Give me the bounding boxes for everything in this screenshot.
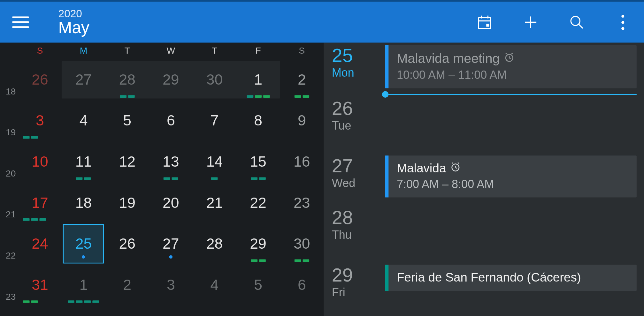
event-card[interactable]: Malavida meeting10:00 AM – 11:00 AM	[385, 45, 637, 88]
day-number: 18	[75, 195, 92, 210]
day-cell[interactable]: 25	[62, 223, 105, 264]
day-cell[interactable]: 27	[62, 59, 105, 100]
agenda-body	[385, 205, 644, 262]
day-cell[interactable]: 4	[193, 264, 236, 305]
day-number: 3	[167, 277, 175, 292]
overflow-icon[interactable]	[613, 12, 632, 32]
day-number: 21	[206, 195, 223, 210]
day-cell[interactable]: 3	[18, 100, 62, 141]
agenda-date[interactable]: 29Fri	[332, 262, 385, 299]
event-card[interactable]: Malavida7:00 AM – 8:00 AM	[385, 155, 637, 197]
day-cell[interactable]: 9	[280, 100, 324, 141]
day-cell[interactable]: 24	[18, 223, 62, 264]
day-cell[interactable]: 2	[280, 59, 324, 100]
day-cell[interactable]: 15	[236, 141, 280, 182]
agenda-day-number: 26	[332, 99, 385, 118]
day-cell[interactable]: 21	[193, 182, 236, 223]
dow-header: SMTWTFS	[0, 43, 324, 59]
day-cell[interactable]: 8	[236, 100, 280, 141]
day-cell[interactable]: 29	[149, 59, 193, 100]
agenda-date[interactable]: 27Wed	[332, 153, 385, 205]
day-cell[interactable]: 30	[280, 223, 324, 264]
day-cell[interactable]: 29	[236, 223, 280, 264]
agenda-date[interactable]: 28Thu	[332, 205, 385, 262]
day-number: 10	[32, 154, 48, 169]
dow-cell: F	[236, 46, 280, 56]
day-cell[interactable]: 11	[62, 141, 105, 182]
day-cell[interactable]: 14	[193, 141, 236, 182]
week-row: 18262728293012	[0, 59, 324, 100]
day-number: 6	[167, 113, 175, 128]
week-row: 193456789	[0, 100, 324, 141]
day-number: 8	[254, 113, 262, 128]
day-cell[interactable]: 5	[105, 100, 149, 141]
day-number: 30	[294, 237, 310, 251]
day-cell[interactable]: 6	[149, 100, 193, 141]
svg-point-7	[571, 16, 580, 25]
agenda-day: 28Thu	[324, 205, 644, 262]
day-number: 11	[75, 154, 92, 169]
day-cell[interactable]: 17	[18, 182, 62, 223]
agenda-panel[interactable]: 25MonMalavida meeting10:00 AM – 11:00 AM…	[324, 43, 644, 316]
alarm-icon	[504, 51, 514, 66]
week-number: 18	[0, 59, 18, 100]
day-cell[interactable]: 13	[149, 141, 193, 182]
day-cell[interactable]: 2	[105, 264, 149, 305]
title-year: 2020	[58, 8, 89, 19]
agenda-day: 26Tue	[324, 96, 644, 153]
day-cell[interactable]: 28	[193, 223, 236, 264]
day-cell[interactable]: 1	[62, 264, 105, 305]
agenda-day: 27WedMalavida7:00 AM – 8:00 AM	[324, 153, 644, 205]
today-icon[interactable]	[475, 12, 494, 32]
day-number: 9	[298, 113, 306, 128]
day-number: 28	[206, 237, 223, 251]
event-card[interactable]: Feria de San Fernando (Cáceres)	[385, 265, 637, 291]
day-cell[interactable]: 27	[149, 223, 193, 264]
svg-rect-4	[486, 24, 489, 27]
day-number: 14	[206, 154, 223, 169]
week-row: 2010111213141516	[0, 141, 324, 182]
title-block[interactable]: 2020 May	[58, 8, 89, 36]
day-cell[interactable]: 16	[280, 141, 324, 182]
day-cell[interactable]: 3	[149, 264, 193, 305]
day-cell[interactable]: 22	[236, 182, 280, 223]
agenda-date[interactable]: 25Mon	[332, 43, 385, 96]
day-number: 23	[294, 195, 310, 210]
svg-line-12	[506, 53, 507, 54]
event-title: Malavida	[397, 161, 628, 175]
day-number: 27	[75, 72, 92, 87]
week-number: 21	[0, 182, 18, 223]
day-cell[interactable]: 31	[18, 264, 62, 305]
dow-cell: S	[280, 46, 324, 56]
day-cell[interactable]: 10	[18, 141, 62, 182]
agenda-day-dow: Fri	[332, 286, 385, 299]
day-cell[interactable]: 7	[193, 100, 236, 141]
day-number: 7	[211, 113, 219, 128]
menu-icon[interactable]	[12, 14, 29, 30]
day-cell[interactable]: 26	[18, 59, 62, 100]
day-cell[interactable]: 1	[236, 59, 280, 100]
search-icon[interactable]	[567, 12, 586, 32]
day-cell[interactable]: 12	[105, 141, 149, 182]
day-cell[interactable]: 19	[105, 182, 149, 223]
day-number: 28	[119, 72, 135, 87]
agenda-day: 25MonMalavida meeting10:00 AM – 11:00 AM	[324, 43, 644, 96]
day-cell[interactable]: 6	[280, 264, 324, 305]
event-time: 7:00 AM – 8:00 AM	[397, 178, 628, 191]
day-cell[interactable]: 4	[62, 100, 105, 141]
day-number: 5	[254, 277, 262, 292]
day-cell[interactable]: 30	[193, 59, 236, 100]
agenda-date[interactable]: 26Tue	[332, 96, 385, 153]
day-cell[interactable]: 28	[105, 59, 149, 100]
day-cell[interactable]: 26	[105, 223, 149, 264]
agenda-day-number: 28	[332, 208, 385, 227]
week-row: 2224252627282930	[0, 223, 324, 264]
day-number: 26	[32, 72, 48, 87]
add-icon[interactable]	[521, 12, 540, 32]
week-row: 2331123456	[0, 264, 324, 305]
day-cell[interactable]: 20	[149, 182, 193, 223]
day-cell[interactable]: 18	[62, 182, 105, 223]
day-cell[interactable]: 23	[280, 182, 324, 223]
day-cell[interactable]: 5	[236, 264, 280, 305]
day-number: 24	[32, 237, 48, 251]
